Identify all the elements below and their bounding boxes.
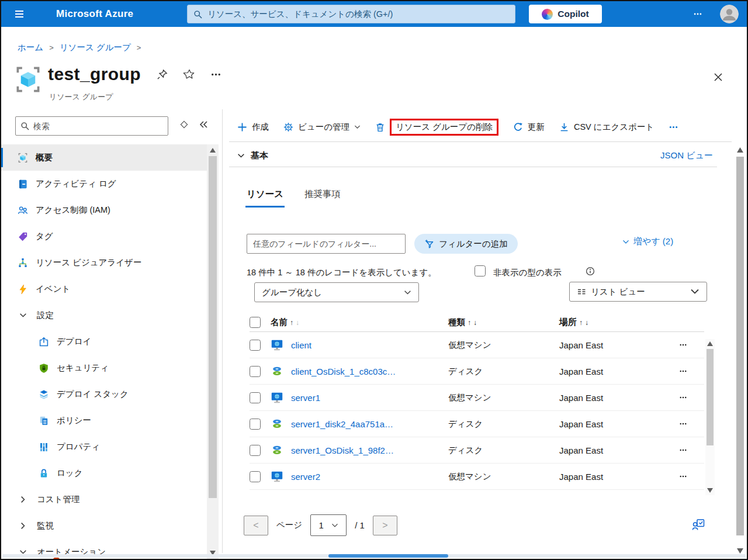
sidebar-item-overview[interactable]: 概要 bbox=[1, 144, 207, 171]
row-checkbox[interactable] bbox=[250, 340, 261, 351]
essentials-chevron-icon[interactable] bbox=[237, 152, 245, 160]
sidebar-item-access-control-iam[interactable]: アクセス制御 (IAM) bbox=[1, 197, 207, 223]
column-header-0[interactable]: 名前↑↓ bbox=[271, 317, 448, 328]
table-row[interactable]: server1_OsDisk_1_98f2…ディスクJapan East bbox=[250, 437, 704, 464]
delete-resource-group-button[interactable]: リソース グループの削除 bbox=[375, 119, 498, 136]
row-checkbox[interactable] bbox=[250, 471, 261, 482]
close-icon[interactable] bbox=[713, 72, 723, 82]
sidebar-item-policies[interactable]: ポリシー bbox=[1, 407, 207, 434]
row-more-icon[interactable] bbox=[677, 393, 690, 402]
global-search-input[interactable] bbox=[207, 5, 511, 23]
sidebar-item-events[interactable]: イベント bbox=[1, 276, 207, 302]
pin-icon[interactable] bbox=[157, 69, 168, 80]
horizontal-scrollbar[interactable] bbox=[2, 554, 746, 558]
sidebar-search[interactable] bbox=[15, 116, 168, 136]
scroll-up-icon[interactable] bbox=[707, 341, 713, 346]
row-more-icon[interactable] bbox=[677, 446, 690, 454]
sidebar-search-input[interactable] bbox=[33, 117, 167, 135]
sidebar-item-deployments[interactable]: デプロイ bbox=[1, 329, 207, 355]
table-row[interactable]: server1仮想マシンJapan East bbox=[250, 385, 704, 411]
sidebar-item-security[interactable]: セキュリティ bbox=[1, 355, 207, 381]
refresh-button[interactable]: 更新 bbox=[513, 122, 545, 133]
sidebar-item-deployment-stacks[interactable]: デプロイ スタック bbox=[1, 381, 207, 407]
horizontal-scrollbar-thumb[interactable] bbox=[328, 554, 448, 558]
breadcrumb-home[interactable]: ホーム bbox=[18, 42, 43, 53]
table-row[interactable]: server2仮想マシンJapan East bbox=[250, 464, 704, 490]
scroll-down-icon[interactable] bbox=[707, 488, 713, 493]
sidebar-item-settings[interactable]: 設定 bbox=[1, 302, 207, 329]
row-checkbox[interactable] bbox=[250, 366, 261, 377]
row-checkbox[interactable] bbox=[250, 392, 261, 403]
table-row[interactable]: server1_disk2_4aa751a…ディスクJapan East bbox=[250, 411, 704, 437]
table-scrollbar-thumb[interactable] bbox=[707, 349, 714, 445]
policy-icon bbox=[39, 416, 49, 426]
main-scrollbar[interactable] bbox=[735, 144, 746, 556]
resource-link[interactable]: client_OsDisk_1_c8c03c… bbox=[291, 367, 396, 376]
view-select[interactable]: リスト ビュー bbox=[569, 282, 707, 302]
divider bbox=[229, 141, 732, 142]
copilot-button[interactable]: Copilot bbox=[529, 5, 602, 23]
resource-link[interactable]: server2 bbox=[291, 472, 320, 482]
title-more-icon[interactable] bbox=[210, 69, 221, 80]
export-csv-button[interactable]: CSV にエクスポート bbox=[559, 122, 654, 133]
sidebar-item-label: コスト管理 bbox=[37, 494, 80, 505]
scroll-up-icon[interactable] bbox=[737, 147, 743, 153]
more-button[interactable] bbox=[669, 122, 678, 132]
hamburger-icon[interactable] bbox=[13, 9, 26, 19]
tab-recommendations[interactable]: 推奨事項 bbox=[304, 188, 341, 208]
sidebar-item-resource-visualizer[interactable]: リソース ビジュアライザー bbox=[1, 250, 207, 276]
tab-resources[interactable]: リソース bbox=[247, 188, 283, 208]
scroll-up-icon[interactable] bbox=[210, 148, 216, 153]
sidebar-item-locks[interactable]: ロック bbox=[1, 460, 207, 486]
collapse-sidebar-icon[interactable] bbox=[199, 120, 208, 129]
grouping-select[interactable]: グループ化なし bbox=[254, 282, 419, 302]
main-scrollbar-thumb[interactable] bbox=[736, 157, 744, 535]
expand-filters-link[interactable]: 増やす (2) bbox=[622, 236, 673, 247]
feedback-icon[interactable] bbox=[692, 518, 705, 531]
row-checkbox[interactable] bbox=[250, 445, 261, 456]
sort-desc-icon: ↓ bbox=[585, 319, 588, 327]
row-checkbox[interactable] bbox=[250, 419, 261, 430]
prev-page-button[interactable]: < bbox=[244, 516, 268, 535]
global-search[interactable] bbox=[187, 5, 515, 23]
add-filter-button[interactable]: フィルターの追加 bbox=[414, 234, 518, 254]
sidebar-item-cost-management[interactable]: コスト管理 bbox=[1, 486, 207, 513]
show-hidden-checkbox[interactable] bbox=[475, 265, 486, 276]
sidebar-scrollbar-thumb[interactable] bbox=[209, 156, 217, 498]
sidebar-item-monitoring[interactable]: 監視 bbox=[1, 513, 207, 539]
reorder-icon[interactable] bbox=[180, 120, 188, 129]
json-view-link[interactable]: JSON ビュー bbox=[660, 150, 713, 161]
row-more-icon[interactable] bbox=[677, 420, 690, 428]
column-header-2[interactable]: 場所↑↓ bbox=[559, 317, 662, 328]
avatar[interactable] bbox=[720, 5, 739, 23]
resource-link[interactable]: server1_disk2_4aa751a… bbox=[291, 419, 393, 429]
manage-view-button[interactable]: ビューの管理 bbox=[283, 122, 361, 133]
sidebar-item-properties[interactable]: プロパティ bbox=[1, 434, 207, 460]
row-more-icon[interactable] bbox=[677, 472, 690, 481]
column-header-1[interactable]: 種類↑↓ bbox=[448, 317, 559, 328]
select-all-checkbox[interactable] bbox=[250, 317, 261, 328]
resource-link[interactable]: server1_OsDisk_1_98f2… bbox=[291, 445, 394, 455]
table-row[interactable]: client仮想マシンJapan East bbox=[250, 332, 704, 358]
table-row[interactable]: client_OsDisk_1_c8c03c…ディスクJapan East bbox=[250, 358, 704, 385]
azure-portal-window: Microsoft Azure Copilot ホーム > リソース グループ … bbox=[0, 0, 748, 560]
info-icon[interactable] bbox=[586, 267, 595, 276]
sidebar-scrollbar[interactable] bbox=[207, 144, 219, 559]
create-button[interactable]: 作成 bbox=[237, 122, 269, 133]
page-value: 1 bbox=[318, 520, 323, 530]
page-select[interactable]: 1 bbox=[310, 514, 347, 536]
breadcrumb-resource-groups[interactable]: リソース グループ bbox=[60, 42, 131, 53]
next-page-button[interactable]: > bbox=[373, 516, 397, 535]
toolbar-label: リソース グループの削除 bbox=[390, 119, 498, 136]
field-filter-input[interactable] bbox=[247, 234, 406, 254]
sidebar-item-activity-log[interactable]: アクティビティ ログ bbox=[1, 171, 207, 197]
scroll-down-icon[interactable] bbox=[737, 548, 743, 554]
sidebar-item-tags[interactable]: タグ bbox=[1, 223, 207, 250]
star-icon[interactable] bbox=[183, 69, 195, 80]
row-more-icon[interactable] bbox=[677, 341, 690, 349]
table-scrollbar[interactable] bbox=[705, 339, 715, 495]
resource-link[interactable]: client bbox=[291, 340, 311, 350]
resource-link[interactable]: server1 bbox=[291, 393, 320, 403]
row-more-icon[interactable] bbox=[677, 367, 690, 375]
topbar-more-icon[interactable] bbox=[691, 9, 705, 19]
